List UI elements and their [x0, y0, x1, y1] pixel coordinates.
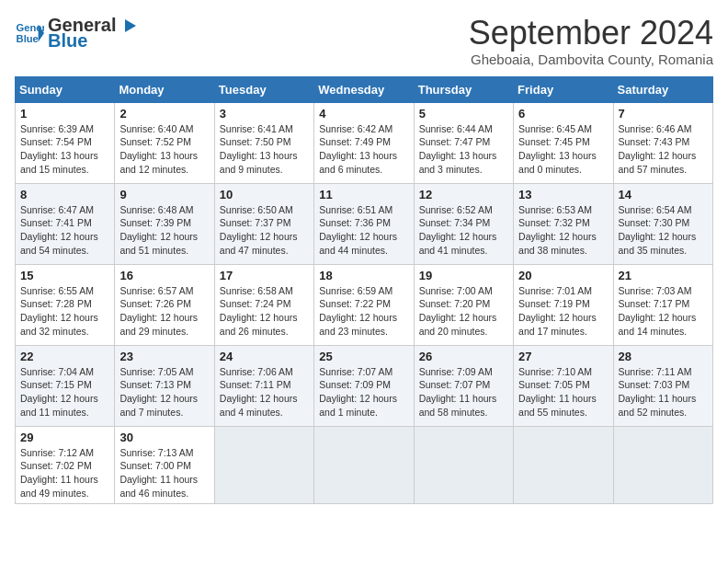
day-number: 14	[619, 188, 708, 201]
calendar-cell: 4 Sunrise: 6:42 AMSunset: 7:49 PMDayligh…	[314, 102, 414, 183]
day-number: 16	[119, 269, 209, 282]
calendar-cell: 16 Sunrise: 6:57 AMSunset: 7:26 PMDaylig…	[115, 264, 214, 345]
cell-content: Sunrise: 7:03 AMSunset: 7:17 PMDaylight:…	[619, 284, 708, 339]
calendar-cell: 17 Sunrise: 6:58 AMSunset: 7:24 PMDaylig…	[214, 264, 313, 345]
calendar-cell: 11 Sunrise: 6:51 AMSunset: 7:36 PMDaylig…	[314, 183, 414, 264]
cell-content: Sunrise: 6:58 AMSunset: 7:24 PMDaylight:…	[220, 284, 309, 339]
header-day: Wednesday	[314, 76, 414, 102]
calendar-cell: 3 Sunrise: 6:41 AMSunset: 7:50 PMDayligh…	[214, 102, 313, 183]
header-day: Saturday	[613, 76, 712, 102]
logo-icon: General Blue	[15, 18, 44, 48]
day-number: 29	[20, 431, 109, 444]
cell-content: Sunrise: 7:01 AMSunset: 7:19 PMDaylight:…	[518, 284, 608, 339]
cell-content: Sunrise: 7:13 AMSunset: 7:00 PMDaylight:…	[119, 446, 209, 500]
day-number: 9	[119, 188, 209, 201]
calendar-cell	[514, 426, 613, 504]
day-number: 20	[518, 269, 608, 282]
cell-content: Sunrise: 6:47 AMSunset: 7:41 PMDaylight:…	[20, 203, 109, 258]
calendar-cell: 28 Sunrise: 7:11 AMSunset: 7:03 PMDaylig…	[613, 345, 712, 426]
calendar-cell	[214, 426, 313, 504]
day-number: 3	[220, 107, 309, 121]
day-number: 28	[619, 350, 708, 363]
calendar-cell: 20 Sunrise: 7:01 AMSunset: 7:19 PMDaylig…	[514, 264, 613, 345]
day-number: 11	[319, 188, 408, 201]
cell-content: Sunrise: 7:11 AMSunset: 7:03 PMDaylight:…	[619, 365, 708, 419]
cell-content: Sunrise: 7:04 AMSunset: 7:15 PMDaylight:…	[20, 365, 109, 419]
day-number: 19	[419, 269, 508, 282]
calendar-cell: 9 Sunrise: 6:48 AMSunset: 7:39 PMDayligh…	[115, 183, 214, 264]
day-number: 27	[518, 350, 608, 363]
calendar-cell: 24 Sunrise: 7:06 AMSunset: 7:11 PMDaylig…	[214, 345, 313, 426]
cell-content: Sunrise: 6:53 AMSunset: 7:32 PMDaylight:…	[518, 203, 608, 258]
day-number: 15	[20, 269, 109, 282]
cell-content: Sunrise: 6:59 AMSunset: 7:22 PMDaylight:…	[319, 284, 408, 339]
cell-content: Sunrise: 7:05 AMSunset: 7:13 PMDaylight:…	[119, 365, 209, 419]
cell-content: Sunrise: 7:12 AMSunset: 7:02 PMDaylight:…	[20, 446, 109, 500]
day-number: 8	[20, 188, 109, 201]
cell-content: Sunrise: 6:48 AMSunset: 7:39 PMDaylight:…	[119, 203, 209, 258]
calendar-table: SundayMondayTuesdayWednesdayThursdayFrid…	[15, 76, 713, 505]
calendar-cell: 5 Sunrise: 6:44 AMSunset: 7:47 PMDayligh…	[414, 102, 513, 183]
day-number: 21	[619, 269, 708, 282]
header-day: Tuesday	[214, 76, 313, 102]
calendar-cell: 30 Sunrise: 7:13 AMSunset: 7:00 PMDaylig…	[115, 426, 214, 504]
cell-content: Sunrise: 6:54 AMSunset: 7:30 PMDaylight:…	[619, 203, 708, 258]
day-number: 6	[518, 107, 608, 121]
logo-arrow-icon	[118, 16, 138, 36]
calendar-cell: 1 Sunrise: 6:39 AMSunset: 7:54 PMDayligh…	[16, 102, 115, 183]
day-number: 30	[119, 431, 209, 444]
header-day: Thursday	[414, 76, 513, 102]
header-day: Friday	[514, 76, 613, 102]
calendar-cell: 10 Sunrise: 6:50 AMSunset: 7:37 PMDaylig…	[214, 183, 313, 264]
month-title: September 2024	[469, 15, 713, 52]
day-number: 26	[419, 350, 508, 363]
day-number: 13	[518, 188, 608, 201]
title-block: September 2024 Gheboaia, Dambovita Count…	[469, 15, 713, 67]
calendar-cell: 23 Sunrise: 7:05 AMSunset: 7:13 PMDaylig…	[115, 345, 214, 426]
svg-text:Blue: Blue	[17, 33, 39, 44]
header-row: SundayMondayTuesdayWednesdayThursdayFrid…	[16, 76, 713, 102]
day-number: 10	[220, 188, 309, 201]
page-header: General Blue General Blue September 2024…	[15, 15, 713, 67]
calendar-cell: 27 Sunrise: 7:10 AMSunset: 7:05 PMDaylig…	[514, 345, 613, 426]
day-number: 25	[319, 350, 408, 363]
cell-content: Sunrise: 7:09 AMSunset: 7:07 PMDaylight:…	[419, 365, 508, 419]
logo: General Blue General Blue	[15, 15, 138, 52]
cell-content: Sunrise: 6:50 AMSunset: 7:37 PMDaylight:…	[220, 203, 309, 258]
day-number: 24	[220, 350, 309, 363]
day-number: 2	[119, 107, 209, 121]
day-number: 1	[20, 107, 109, 121]
cell-content: Sunrise: 6:41 AMSunset: 7:50 PMDaylight:…	[220, 122, 309, 177]
cell-content: Sunrise: 7:06 AMSunset: 7:11 PMDaylight:…	[220, 365, 309, 419]
calendar-cell: 21 Sunrise: 7:03 AMSunset: 7:17 PMDaylig…	[613, 264, 712, 345]
calendar-cell: 22 Sunrise: 7:04 AMSunset: 7:15 PMDaylig…	[16, 345, 115, 426]
header-day: Sunday	[16, 76, 115, 102]
day-number: 17	[220, 269, 309, 282]
calendar-cell: 18 Sunrise: 6:59 AMSunset: 7:22 PMDaylig…	[314, 264, 414, 345]
cell-content: Sunrise: 6:44 AMSunset: 7:47 PMDaylight:…	[419, 122, 508, 177]
cell-content: Sunrise: 6:45 AMSunset: 7:45 PMDaylight:…	[518, 122, 608, 177]
day-number: 18	[319, 269, 408, 282]
day-number: 5	[419, 107, 508, 121]
day-number: 12	[419, 188, 508, 201]
day-number: 23	[119, 350, 209, 363]
calendar-cell	[613, 426, 712, 504]
calendar-cell: 26 Sunrise: 7:09 AMSunset: 7:07 PMDaylig…	[414, 345, 513, 426]
header-day: Monday	[115, 76, 214, 102]
calendar-cell: 13 Sunrise: 6:53 AMSunset: 7:32 PMDaylig…	[514, 183, 613, 264]
cell-content: Sunrise: 6:46 AMSunset: 7:43 PMDaylight:…	[619, 122, 708, 177]
location-subtitle: Gheboaia, Dambovita County, Romania	[469, 52, 713, 67]
cell-content: Sunrise: 7:07 AMSunset: 7:09 PMDaylight:…	[319, 365, 408, 419]
calendar-cell: 15 Sunrise: 6:55 AMSunset: 7:28 PMDaylig…	[16, 264, 115, 345]
cell-content: Sunrise: 6:40 AMSunset: 7:52 PMDaylight:…	[119, 122, 209, 177]
cell-content: Sunrise: 6:55 AMSunset: 7:28 PMDaylight:…	[20, 284, 109, 339]
calendar-cell: 2 Sunrise: 6:40 AMSunset: 7:52 PMDayligh…	[115, 102, 214, 183]
calendar-cell	[314, 426, 414, 504]
calendar-cell: 25 Sunrise: 7:07 AMSunset: 7:09 PMDaylig…	[314, 345, 414, 426]
svg-marker-3	[125, 19, 136, 32]
cell-content: Sunrise: 6:57 AMSunset: 7:26 PMDaylight:…	[119, 284, 209, 339]
cell-content: Sunrise: 6:52 AMSunset: 7:34 PMDaylight:…	[419, 203, 508, 258]
calendar-cell: 8 Sunrise: 6:47 AMSunset: 7:41 PMDayligh…	[16, 183, 115, 264]
day-number: 7	[619, 107, 708, 121]
calendar-cell: 19 Sunrise: 7:00 AMSunset: 7:20 PMDaylig…	[414, 264, 513, 345]
